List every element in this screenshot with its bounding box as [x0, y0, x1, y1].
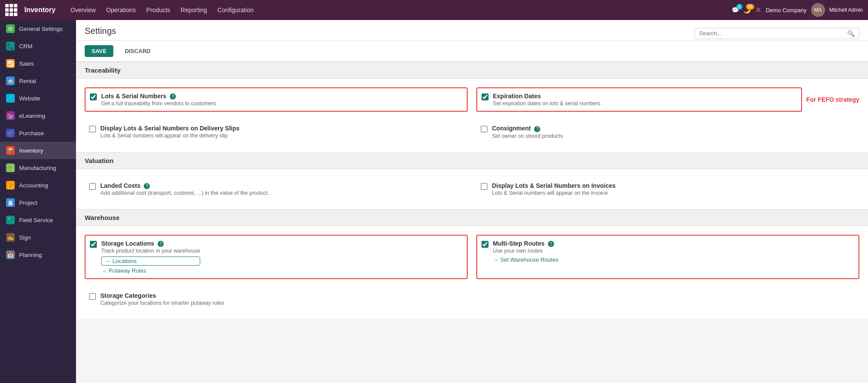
landed-costs-help-icon[interactable]: ?	[144, 183, 150, 189]
storage-locations-checkbox[interactable]	[90, 241, 97, 248]
arrow-right-icon: →	[493, 256, 498, 263]
sidebar-item-purchase[interactable]: 🛒 Purchase	[0, 124, 76, 142]
sidebar-item-rental[interactable]: 🏠 Rental	[0, 72, 76, 90]
landed-costs-desc: Add additional cost (transport, customs,…	[100, 190, 269, 196]
sidebar-item-label: Manufacturing	[19, 165, 56, 171]
top-navigation: Inventory Overview Operations Products R…	[0, 0, 868, 20]
lots-serial-content: Lots & Serial Numbers ? Get a full trace…	[101, 93, 216, 107]
sidebar-item-label: General Settings	[19, 26, 63, 32]
website-icon: 🌐	[6, 94, 15, 103]
consignment-label-row: Consignment ?	[492, 125, 563, 132]
locations-link-label: Locations	[112, 258, 137, 264]
putaway-rules-link[interactable]: → Putaway Rules	[101, 267, 200, 274]
discard-button[interactable]: DISCARD	[118, 45, 157, 57]
sidebar-item-project[interactable]: 📋 Project	[0, 194, 76, 211]
sidebar-item-label: Field Service	[19, 217, 53, 223]
search-input[interactable]	[699, 30, 845, 37]
display-lots-delivery-setting: Display Lots & Serial Numbers on Deliver…	[85, 120, 468, 143]
crm-icon: 📞	[6, 42, 15, 50]
sidebar-item-sign[interactable]: ✍ Sign	[0, 229, 76, 246]
sidebar-item-accounting[interactable]: 💰 Accounting	[0, 177, 76, 194]
landed-costs-label: Landed Costs	[100, 182, 141, 189]
consignment-checkbox[interactable]	[481, 126, 488, 133]
brand-title: Inventory	[24, 6, 56, 14]
storage-categories-desc: Categorize your locations for smarter pu…	[100, 300, 224, 306]
sidebar-item-label: Sales	[19, 60, 34, 67]
nav-overview[interactable]: Overview	[66, 4, 100, 16]
user-avatar[interactable]: MA	[811, 3, 825, 17]
sidebar-item-inventory[interactable]: 📦 Inventory	[0, 142, 76, 159]
expiration-row: Expiration Dates Set expiration dates on…	[476, 87, 859, 112]
nav-reporting[interactable]: Reporting	[176, 4, 211, 16]
avatar-initials: MA	[814, 7, 822, 13]
sidebar-item-label: Inventory	[19, 147, 43, 154]
multi-step-routes-help-icon[interactable]: ?	[548, 241, 554, 247]
consignment-setting: Consignment ? Set owner on stored produc…	[476, 120, 859, 143]
expiration-dates-label: Expiration Dates	[493, 93, 541, 100]
storage-locations-help-icon[interactable]: ?	[158, 241, 164, 247]
arrow-right-icon: →	[101, 267, 107, 274]
notifications-badge: 36	[746, 4, 754, 10]
display-lots-delivery-desc: Lots & Serial numbers will appear on the…	[100, 133, 240, 139]
multi-step-routes-label: Multi-Step Routes	[493, 240, 545, 247]
nav-products[interactable]: Products	[142, 4, 175, 16]
display-lots-invoices-checkbox[interactable]	[481, 183, 488, 190]
storage-categories-checkbox[interactable]	[89, 293, 96, 300]
display-lots-delivery-content: Display Lots & Serial Numbers on Deliver…	[100, 125, 240, 139]
display-lots-invoices-label: Display Lots & Serial Numbers on Invoice…	[492, 182, 616, 189]
expiration-dates-checkbox[interactable]	[482, 93, 488, 100]
sidebar-item-sales[interactable]: 📈 Sales	[0, 55, 76, 72]
set-warehouse-routes-link[interactable]: → Set Warehouse Routes	[493, 256, 558, 263]
messages-badge: 6	[736, 4, 743, 10]
sidebar-item-elearning[interactable]: 📚 eLearning	[0, 107, 76, 124]
display-lots-invoices-setting: Display Lots & Serial Numbers on Invoice…	[476, 178, 859, 200]
consignment-help-icon[interactable]: ?	[534, 126, 540, 132]
fieldservice-icon: 🔨	[6, 216, 15, 224]
locations-link[interactable]: → Locations	[101, 256, 200, 266]
nav-operations[interactable]: Operations	[102, 4, 140, 16]
user-name[interactable]: Mitchell Admin	[829, 7, 863, 13]
sidebar-item-general[interactable]: ⚙ General Settings	[0, 20, 76, 37]
sidebar: ⚙ General Settings 📞 CRM 📈 Sales 🏠 Renta…	[0, 20, 76, 383]
sales-icon: 📈	[6, 59, 15, 68]
company-name[interactable]: Demo Company	[766, 7, 807, 13]
nav-configuration[interactable]: Configuration	[213, 4, 258, 16]
app-layout: ⚙ General Settings 📞 CRM 📈 Sales 🏠 Renta…	[0, 20, 868, 383]
consignment-label: Consignment	[492, 125, 531, 132]
display-lots-invoices-content: Display Lots & Serial Numbers on Invoice…	[492, 182, 616, 196]
rental-icon: 🏠	[6, 77, 15, 85]
display-lots-delivery-checkbox[interactable]	[89, 126, 96, 133]
header-row: Settings 🔍	[85, 26, 859, 40]
warehouse-section-body: Storage Locations ? Track product locati…	[76, 226, 868, 319]
multi-step-routes-desc: Use your own routes	[493, 248, 558, 254]
elearning-icon: 📚	[6, 111, 15, 120]
sidebar-item-manufacturing[interactable]: 🔧 Manufacturing	[0, 159, 76, 177]
multi-step-routes-content: Multi-Step Routes ? Use your own routes …	[493, 240, 558, 263]
multi-step-routes-checkbox[interactable]	[482, 241, 488, 248]
sidebar-item-planning[interactable]: 📅 Planning	[0, 246, 76, 263]
sidebar-item-fieldservice[interactable]: 🔨 Field Service	[0, 211, 76, 229]
sidebar-item-label: Rental	[19, 78, 36, 84]
storage-locations-setting: Storage Locations ? Track product locati…	[85, 235, 468, 279]
multi-step-routes-setting: Multi-Step Routes ? Use your own routes …	[476, 235, 859, 279]
search-bar[interactable]: 🔍	[694, 28, 859, 39]
lots-serial-checkbox[interactable]	[90, 93, 97, 100]
messages-button[interactable]: 💬 6	[732, 7, 739, 13]
sidebar-item-crm[interactable]: 📞 CRM	[0, 37, 76, 55]
app-grid-icon[interactable]	[5, 4, 17, 16]
notifications-button[interactable]: 🌙 36	[743, 7, 751, 13]
sidebar-item-label: Accounting	[19, 182, 48, 189]
storage-locations-desc: Track product location in your warehouse	[101, 248, 200, 254]
lots-serial-label: Lots & Serial Numbers	[101, 93, 166, 100]
topnav-right: 💬 6 🌙 36 ✕ Demo Company MA Mitchell Admi…	[732, 3, 863, 17]
page-header: Settings 🔍	[76, 20, 868, 41]
landed-costs-checkbox[interactable]	[89, 183, 96, 190]
save-button[interactable]: SAVE	[85, 45, 113, 57]
lots-serial-help-icon[interactable]: ?	[170, 93, 176, 100]
purchase-icon: 🛒	[6, 129, 15, 137]
storage-categories-setting: Storage Categories Categorize your locat…	[85, 288, 468, 310]
sidebar-item-website[interactable]: 🌐 Website	[0, 90, 76, 107]
multi-step-routes-label-row: Multi-Step Routes ?	[493, 240, 558, 247]
traceability-section-header: Traceability	[76, 62, 868, 79]
fefo-strategy-label: For FEFO strategy	[806, 96, 859, 103]
